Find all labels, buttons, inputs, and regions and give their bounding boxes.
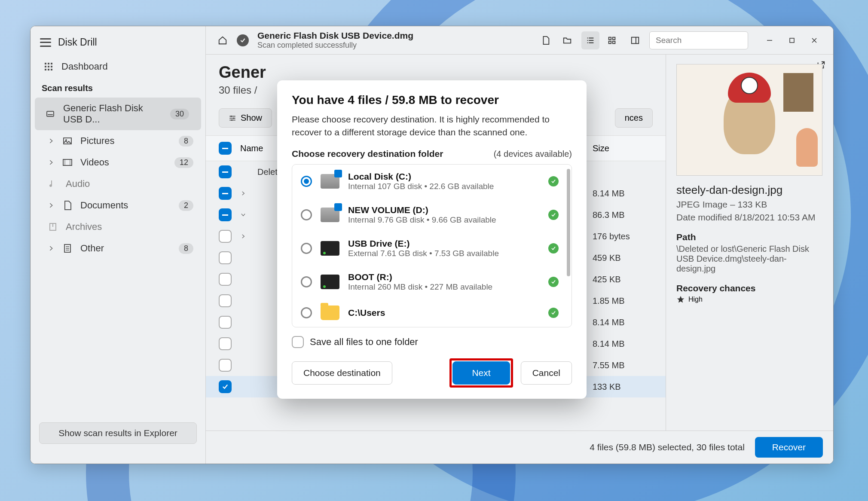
sidebar-item-pictures[interactable]: Pictures 8 — [31, 130, 205, 152]
recover-button[interactable]: Recover — [755, 437, 823, 458]
row-checkbox[interactable] — [219, 208, 232, 221]
minimize-button[interactable] — [758, 31, 781, 49]
disk-icon — [45, 109, 55, 119]
list-view-icon[interactable] — [581, 31, 599, 49]
chevron-right-icon[interactable] — [240, 233, 246, 239]
external-drive-icon — [321, 241, 339, 256]
destination-name: NEW VOLUME (D:) — [348, 205, 540, 215]
home-icon[interactable] — [214, 31, 232, 49]
sidebar-dashboard[interactable]: Dashboard — [31, 56, 205, 77]
destination-ok-icon — [548, 277, 559, 287]
row-checkbox[interactable] — [219, 316, 232, 329]
file-size: 133 KB — [593, 382, 653, 392]
sidebar-item-videos[interactable]: Videos 12 — [31, 152, 205, 173]
destination-row[interactable]: BOOT (R:)Internal 260 MB disk • 227 MB a… — [292, 265, 572, 299]
folder-icon[interactable] — [558, 31, 576, 49]
maximize-button[interactable] — [781, 31, 803, 49]
row-checkbox[interactable] — [219, 230, 232, 243]
destination-list[interactable]: Local Disk (C:)Internal 107 GB disk • 22… — [292, 164, 572, 327]
modal-choose-label: Choose recovery destination folder — [292, 149, 443, 159]
grid-view-icon[interactable] — [603, 31, 621, 49]
cancel-button[interactable]: Cancel — [521, 361, 572, 385]
preview-type: JPEG Image – 133 KB — [676, 199, 823, 210]
search-box[interactable] — [649, 31, 748, 49]
column-size[interactable]: Size — [593, 144, 653, 153]
svg-rect-8 — [51, 69, 52, 70]
new-file-icon[interactable] — [537, 31, 555, 49]
row-checkbox[interactable] — [219, 187, 232, 200]
destination-row[interactable]: C:\Users — [292, 299, 572, 327]
filter-show-button[interactable]: Show — [219, 108, 272, 128]
file-size: 8.14 MB — [593, 189, 653, 199]
destination-row[interactable]: NEW VOLUME (D:)Internal 9.76 GB disk • 9… — [292, 198, 572, 232]
toolbar: Generic Flash Disk USB Device.dmg Scan c… — [206, 26, 833, 55]
destination-row[interactable]: Local Disk (C:)Internal 107 GB disk • 22… — [292, 165, 572, 198]
search-input[interactable] — [656, 36, 758, 45]
footer-bar: 4 files (59.8 MB) selected, 30 files tot… — [206, 431, 833, 464]
close-button[interactable] — [803, 31, 825, 49]
file-size: 8.14 MB — [593, 318, 653, 327]
destination-name: BOOT (R:) — [348, 272, 540, 282]
destination-row[interactable]: USB Drive (E:)External 7.61 GB disk • 7.… — [292, 232, 572, 265]
grid-icon — [43, 61, 54, 72]
svg-rect-16 — [609, 37, 611, 40]
chevron-right-icon[interactable] — [240, 190, 246, 196]
svg-point-24 — [233, 117, 235, 119]
sidebar-item-count: 8 — [179, 243, 193, 254]
internal-drive-icon — [321, 208, 339, 222]
sidebar-item-label: Documents — [80, 200, 128, 211]
row-checkbox[interactable] — [219, 165, 232, 178]
preview-thumbnail — [676, 64, 822, 176]
modal-title: You have 4 files / 59.8 MB to recover — [292, 93, 572, 107]
destination-radio[interactable] — [301, 209, 312, 220]
folder-drive-icon — [321, 305, 339, 320]
destination-name: USB Drive (E:) — [348, 238, 540, 249]
chevron-right-icon — [48, 137, 55, 144]
row-checkbox[interactable] — [219, 294, 232, 307]
sidebar-item-scan-device[interactable]: Generic Flash Disk USB D... 30 — [35, 98, 201, 130]
destination-ok-icon — [548, 176, 559, 186]
chevron-right-icon — [48, 202, 55, 209]
row-checkbox[interactable] — [219, 337, 232, 350]
sidebar-item-audio[interactable]: Audio — [31, 173, 205, 195]
filter-chances-button[interactable]: nces — [615, 108, 653, 128]
chevron-right-icon — [48, 159, 55, 166]
app-window: Disk Drill Dashboard Scan results Generi… — [30, 26, 834, 464]
destination-radio[interactable] — [301, 243, 312, 254]
destination-radio[interactable] — [301, 276, 312, 287]
chevron-down-icon[interactable] — [240, 212, 246, 218]
image-icon — [62, 136, 73, 146]
sidebar-item-count: 8 — [179, 136, 193, 147]
save-to-one-folder-label: Save all files to one folder — [310, 336, 418, 348]
destination-ok-icon — [548, 308, 559, 318]
preview-panel: steely-dan-design.jpg JPEG Image – 133 K… — [666, 55, 833, 431]
select-all-checkbox[interactable] — [219, 142, 232, 155]
preview-modified: Date modified 8/18/2021 10:53 AM — [676, 212, 823, 223]
save-to-one-folder-checkbox[interactable] — [292, 336, 304, 348]
row-checkbox[interactable] — [219, 273, 232, 286]
modal-description: Please choose recovery destination. It i… — [292, 113, 572, 139]
next-button[interactable]: Next — [452, 361, 510, 385]
preview-panel-icon[interactable] — [626, 31, 644, 49]
sidebar-item-count: 30 — [170, 109, 189, 119]
choose-destination-button[interactable]: Choose destination — [292, 361, 392, 385]
sidebar-item-other[interactable]: Other 8 — [31, 238, 205, 259]
scrollbar-thumb[interactable] — [567, 169, 570, 276]
destination-radio[interactable] — [301, 176, 312, 187]
sidebar-item-documents[interactable]: Documents 2 — [31, 195, 205, 216]
sidebar-item-archives[interactable]: Archives — [31, 216, 205, 238]
svg-rect-19 — [613, 41, 615, 43]
content-title: Gener — [219, 63, 653, 82]
sidebar-item-label: Other — [80, 243, 104, 254]
destination-radio[interactable] — [301, 307, 312, 318]
row-checkbox[interactable] — [219, 359, 232, 372]
svg-rect-1 — [48, 63, 49, 64]
show-in-explorer-button[interactable]: Show scan results in Explorer — [39, 422, 197, 444]
svg-rect-4 — [48, 66, 49, 67]
destination-ok-icon — [548, 210, 559, 220]
row-checkbox[interactable] — [219, 251, 232, 264]
document-icon — [62, 200, 73, 211]
hamburger-menu-icon[interactable] — [40, 38, 51, 47]
row-checkbox[interactable] — [219, 380, 232, 393]
sidebar-item-count: 12 — [174, 157, 193, 168]
